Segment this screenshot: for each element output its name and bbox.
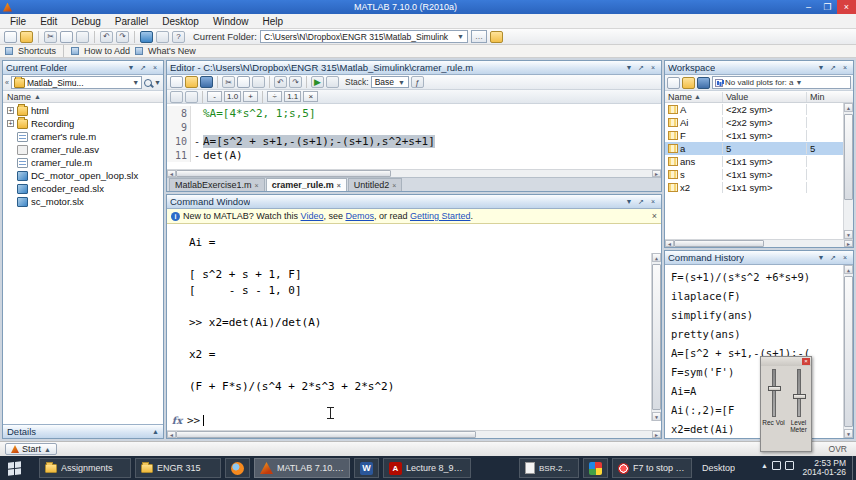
close-icon[interactable]: × bbox=[150, 63, 160, 73]
close-icon[interactable]: × bbox=[802, 358, 810, 365]
evaluate-cell-icon[interactable] bbox=[185, 91, 198, 103]
workspace-hscrollbar[interactable]: ◄ ► bbox=[665, 239, 853, 247]
undock-icon[interactable]: ↗ bbox=[636, 197, 646, 207]
scroll-up-icon[interactable]: ▲ bbox=[652, 253, 661, 262]
chevron-down-icon[interactable]: ▼ bbox=[816, 253, 826, 263]
workspace-row[interactable]: A <2x2 sym> bbox=[665, 103, 853, 116]
scroll-up-icon[interactable]: ▲ bbox=[844, 103, 853, 112]
menu-parallel[interactable]: Parallel bbox=[108, 16, 155, 27]
title-bar[interactable]: MATLAB 7.10.0 (R2010a) – ❐ × bbox=[0, 0, 856, 14]
cell-decrement-button[interactable]: - bbox=[207, 91, 222, 102]
menu-file[interactable]: File bbox=[3, 16, 33, 27]
file-item-html[interactable]: + html bbox=[3, 104, 163, 117]
rec-volume-slider[interactable] bbox=[772, 369, 776, 417]
redo-icon[interactable]: ↷ bbox=[116, 31, 129, 43]
close-tab-icon[interactable]: × bbox=[255, 182, 259, 189]
history-item[interactable]: x2=det(Ai) bbox=[671, 419, 841, 438]
tab-cramer-rule[interactable]: cramer_rule.m × bbox=[266, 178, 347, 191]
save-icon[interactable] bbox=[200, 76, 213, 88]
history-item[interactable]: Ai=A bbox=[671, 381, 841, 400]
scroll-up-icon[interactable]: ▲ bbox=[844, 265, 853, 274]
tab-untitled2[interactable]: Untitled2 × bbox=[348, 178, 403, 191]
file-item[interactable]: cramer_rule.m bbox=[3, 156, 163, 169]
copy-icon[interactable] bbox=[60, 31, 73, 43]
command-window-vscrollbar[interactable]: ▲ ▼ bbox=[651, 253, 661, 421]
cell-value-button[interactable]: 1.0 bbox=[224, 91, 241, 102]
paste-icon[interactable] bbox=[252, 76, 265, 88]
taskbar-item-engr315[interactable]: ENGR 315 bbox=[135, 458, 221, 478]
editor-header[interactable]: Editor - C:\Users\N\Dropbox\ENGR 315\Mat… bbox=[167, 61, 661, 75]
code-editor[interactable]: 8 %A=[4*s^2, 1;s,5] 9 10 - A=[s^2 + s+1,… bbox=[167, 104, 661, 169]
cell-multiplier-button[interactable]: 1.1 bbox=[284, 91, 301, 102]
open-file-icon[interactable] bbox=[20, 31, 33, 43]
back-icon[interactable]: « bbox=[5, 79, 9, 86]
taskbar-item-pdf[interactable]: A Lecture 8_9 - tf... bbox=[383, 458, 471, 478]
workspace-row-selected[interactable]: a 5 5 bbox=[665, 142, 853, 155]
cell-multiply-button[interactable]: × bbox=[303, 91, 318, 102]
scroll-left-icon[interactable]: ◄ bbox=[665, 240, 674, 247]
run-icon[interactable]: ▶ bbox=[311, 76, 324, 88]
show-desktop-button[interactable] bbox=[852, 456, 856, 480]
close-button[interactable]: × bbox=[837, 0, 856, 14]
workspace-row[interactable]: F <1x1 sym> bbox=[665, 129, 853, 142]
file-item[interactable]: sc_motor.slx bbox=[3, 195, 163, 208]
expand-icon[interactable]: + bbox=[7, 107, 14, 114]
taskbar-item-bsr[interactable]: BSR-2014.01.24... bbox=[519, 458, 579, 478]
undo-icon[interactable]: ↶ bbox=[100, 31, 113, 43]
whats-new-link[interactable]: What's New bbox=[148, 46, 196, 56]
current-folder-header[interactable]: Current Folder ▼ ↗ × bbox=[3, 61, 163, 75]
toolbar-overflow-icon[interactable]: ▼ bbox=[154, 79, 161, 86]
taskbar-item-app[interactable] bbox=[583, 458, 608, 478]
history-item[interactable]: A=[s^2 + s+1,-(s+1);-( bbox=[671, 343, 841, 362]
command-window-header[interactable]: Command Window ▼ ↗ × bbox=[167, 195, 661, 209]
scroll-down-icon[interactable]: ▼ bbox=[844, 230, 853, 239]
demos-link[interactable]: Demos bbox=[345, 211, 374, 221]
paste-icon[interactable] bbox=[76, 31, 89, 43]
new-file-icon[interactable] bbox=[4, 31, 17, 43]
menu-desktop[interactable]: Desktop bbox=[155, 16, 206, 27]
search-icon[interactable] bbox=[144, 79, 152, 87]
undo-icon[interactable]: ↶ bbox=[274, 76, 287, 88]
editor-hscrollbar[interactable]: ◄ ► bbox=[167, 169, 661, 177]
close-icon[interactable]: × bbox=[840, 63, 850, 73]
guide-icon[interactable] bbox=[156, 31, 169, 43]
redo-icon[interactable]: ↷ bbox=[289, 76, 302, 88]
taskbar-item-word[interactable]: W bbox=[354, 458, 379, 478]
help-icon[interactable]: ? bbox=[172, 31, 185, 43]
scroll-right-icon[interactable]: ► bbox=[652, 170, 661, 177]
command-history-header[interactable]: Command History ▼ ↗ × bbox=[665, 251, 853, 265]
windows-start-icon[interactable] bbox=[8, 461, 21, 475]
close-tab-icon[interactable]: × bbox=[337, 182, 341, 189]
volume-icon[interactable] bbox=[785, 461, 794, 470]
slider-handle[interactable] bbox=[793, 394, 806, 399]
level-meter-slider[interactable] bbox=[797, 369, 801, 417]
menu-help[interactable]: Help bbox=[255, 16, 290, 27]
maximize-button[interactable]: ❐ bbox=[818, 0, 837, 14]
close-tab-icon[interactable]: × bbox=[392, 182, 396, 189]
menu-window[interactable]: Window bbox=[206, 16, 256, 27]
taskbar-item-assignments[interactable]: Assignments bbox=[39, 458, 131, 478]
scroll-left-icon[interactable]: ◄ bbox=[167, 170, 176, 177]
scroll-left-icon[interactable]: ◄ bbox=[167, 431, 176, 438]
new-script-icon[interactable] bbox=[170, 76, 183, 88]
close-icon[interactable]: × bbox=[648, 63, 658, 73]
scroll-down-icon[interactable]: ▼ bbox=[844, 429, 853, 438]
workspace-row[interactable]: ans <1x1 sym> bbox=[665, 155, 853, 168]
how-to-add-link[interactable]: How to Add bbox=[84, 46, 130, 56]
current-folder-combobox[interactable]: C:\Users\N\Dropbox\ENGR 315\Matlab_Simul… bbox=[260, 30, 468, 43]
save-workspace-icon[interactable] bbox=[697, 77, 710, 89]
recorder-volume-overlay[interactable]: × Rec Vol Level Meter bbox=[760, 356, 812, 452]
open-icon[interactable] bbox=[185, 76, 198, 88]
chevron-down-icon[interactable]: ▼ bbox=[816, 63, 826, 73]
command-prompt[interactable]: fx >> bbox=[167, 412, 661, 428]
history-item[interactable]: F=(s+1)/(s*s^2 +6*s+9) bbox=[671, 267, 841, 286]
breakpoints-icon[interactable] bbox=[326, 76, 339, 88]
details-bar[interactable]: Details ▲ bbox=[3, 424, 163, 438]
network-icon[interactable] bbox=[772, 461, 781, 470]
history-vscrollbar[interactable]: ▲ ▼ bbox=[843, 265, 853, 438]
file-item[interactable]: DC_motor_open_loop.slx bbox=[3, 169, 163, 182]
plot-selector-dropdown[interactable]: No valid plots for: a ▼ bbox=[712, 76, 851, 89]
workspace-vscrollbar[interactable]: ▲ ▼ bbox=[843, 103, 853, 239]
menu-debug[interactable]: Debug bbox=[64, 16, 107, 27]
browse-folder-button[interactable]: … bbox=[471, 30, 487, 43]
